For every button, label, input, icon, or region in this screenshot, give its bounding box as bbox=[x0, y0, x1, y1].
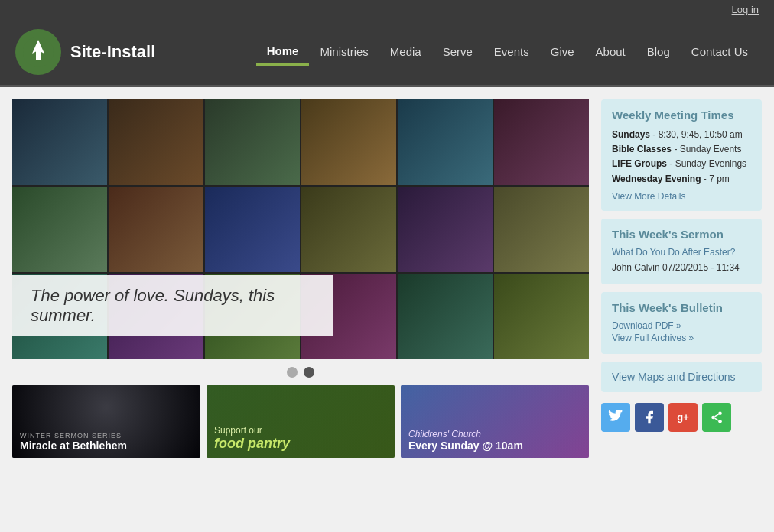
nav-ministries[interactable]: Ministries bbox=[309, 39, 379, 64]
google-plus-icon[interactable]: g+ bbox=[668, 403, 698, 432]
weekly-meeting-card: Weekly Meeting Times Sundays - 8:30, 9:4… bbox=[601, 99, 762, 211]
bulletin-links: Download PDF » View Full Archives » bbox=[612, 320, 751, 343]
weekly-meeting-content: Sundays - 8:30, 9:45, 10:50 am Bible Cla… bbox=[612, 128, 751, 187]
sermon-link[interactable]: What Do You Do After Easter? bbox=[612, 247, 751, 258]
twitter-icon[interactable] bbox=[601, 403, 630, 432]
card3-label-bottom: Every Sunday @ 10am bbox=[408, 440, 523, 452]
weekly-meeting-title: Weekly Meeting Times bbox=[612, 109, 751, 122]
bottom-cards: Winter Sermon Series Miracle at Bethlehe… bbox=[12, 385, 589, 458]
photo-cell bbox=[301, 99, 396, 185]
photo-cell bbox=[494, 99, 589, 185]
nav-events[interactable]: Events bbox=[483, 39, 540, 64]
nav-blog[interactable]: Blog bbox=[636, 39, 681, 64]
logo[interactable]: Site-Install bbox=[15, 29, 155, 75]
sermon-sidebar-card: This Week's Sermon What Do You Do After … bbox=[601, 219, 762, 284]
dot-1[interactable] bbox=[287, 367, 298, 378]
logo-svg bbox=[23, 37, 54, 67]
google-plus-label: g+ bbox=[677, 411, 689, 423]
nav-serve[interactable]: Serve bbox=[432, 39, 483, 64]
card2-italic: Support our bbox=[214, 425, 290, 436]
svg-point-3 bbox=[718, 411, 722, 415]
photo-cell bbox=[109, 187, 203, 272]
slideshow-overlay: The power of love. Sundays, this summer. bbox=[12, 275, 333, 336]
nav-contact[interactable]: Contact Us bbox=[681, 39, 759, 64]
nav-media[interactable]: Media bbox=[379, 39, 432, 64]
photo-cell bbox=[398, 274, 493, 359]
sermon-card[interactable]: Winter Sermon Series Miracle at Bethlehe… bbox=[12, 385, 200, 458]
photo-cell bbox=[109, 99, 203, 185]
card1-small: Winter Sermon Series bbox=[20, 432, 127, 440]
view-archives-link[interactable]: View Full Archives » bbox=[612, 332, 751, 343]
slideshow: The power of love. Sundays, this summer. bbox=[12, 99, 589, 359]
bible-times: - Sunday Events bbox=[672, 144, 741, 154]
bulletin-card: This Week's Bulletin Download PDF » View… bbox=[601, 292, 762, 354]
photo-cell bbox=[494, 187, 589, 272]
login-link[interactable]: Log in bbox=[732, 4, 759, 15]
photo-cell bbox=[205, 99, 300, 185]
svg-line-6 bbox=[714, 418, 718, 420]
logo-icon bbox=[15, 29, 61, 75]
nav-give[interactable]: Give bbox=[540, 39, 585, 64]
wednesday-label: Wednesday Evening bbox=[612, 174, 701, 184]
svg-point-4 bbox=[711, 416, 715, 420]
sermon-meta: John Calvin 07/20/2015 - 11:34 bbox=[612, 261, 751, 275]
site-name: Site-Install bbox=[70, 42, 155, 62]
photo-cell bbox=[205, 187, 300, 272]
social-icons: g+ bbox=[601, 403, 762, 432]
main-nav: Home Ministries Media Serve Events Give … bbox=[256, 38, 759, 66]
slideshow-text: The power of love. Sundays, this summer. bbox=[31, 286, 315, 326]
wednesday-time: - 7 pm bbox=[701, 174, 729, 184]
maps-card: View Maps and Directions bbox=[601, 362, 762, 392]
life-times: - Sunday Evenings bbox=[667, 158, 746, 169]
photo-cell bbox=[494, 274, 589, 359]
maps-link[interactable]: View Maps and Directions bbox=[612, 371, 736, 383]
download-pdf-link[interactable]: Download PDF » bbox=[612, 320, 751, 331]
bulletin-title: This Week's Bulletin bbox=[612, 301, 751, 314]
photo-cell bbox=[12, 99, 107, 185]
nav-about[interactable]: About bbox=[585, 39, 636, 64]
photo-cell bbox=[12, 187, 107, 272]
content-left: The power of love. Sundays, this summer.… bbox=[12, 99, 589, 458]
slideshow-dots bbox=[12, 367, 589, 378]
sidebar: Weekly Meeting Times Sundays - 8:30, 9:4… bbox=[601, 99, 762, 458]
facebook-icon[interactable] bbox=[635, 403, 664, 432]
sundays-label: Sundays bbox=[612, 129, 650, 140]
more-details-link[interactable]: View More Details bbox=[612, 191, 751, 202]
svg-point-5 bbox=[718, 420, 722, 423]
svg-rect-2 bbox=[36, 50, 41, 60]
photo-cell bbox=[398, 99, 493, 185]
card2-big: food pantry bbox=[214, 436, 290, 452]
card1-big: Miracle at Bethlehem bbox=[20, 440, 127, 452]
photo-cell bbox=[398, 187, 493, 272]
card3-label-top: Childrens' Church bbox=[408, 429, 523, 440]
nav-home[interactable]: Home bbox=[256, 38, 310, 66]
childrens-church-card[interactable]: Childrens' Church Every Sunday @ 10am bbox=[401, 385, 589, 458]
top-bar: Log in bbox=[0, 0, 774, 18]
photo-cell bbox=[301, 187, 396, 272]
life-label: LIFE Groups bbox=[612, 158, 667, 169]
svg-line-7 bbox=[714, 414, 718, 417]
bible-label: Bible Classes bbox=[612, 144, 672, 154]
sermon-title-heading: This Week's Sermon bbox=[612, 228, 751, 241]
share-icon[interactable] bbox=[702, 403, 731, 432]
header: Site-Install Home Ministries Media Serve… bbox=[0, 18, 774, 87]
main-container: The power of love. Sundays, this summer.… bbox=[0, 87, 774, 470]
dot-2[interactable] bbox=[304, 367, 314, 378]
sundays-times: - 8:30, 9:45, 10:50 am bbox=[650, 129, 743, 140]
food-pantry-card[interactable]: Support our food pantry bbox=[207, 385, 395, 458]
